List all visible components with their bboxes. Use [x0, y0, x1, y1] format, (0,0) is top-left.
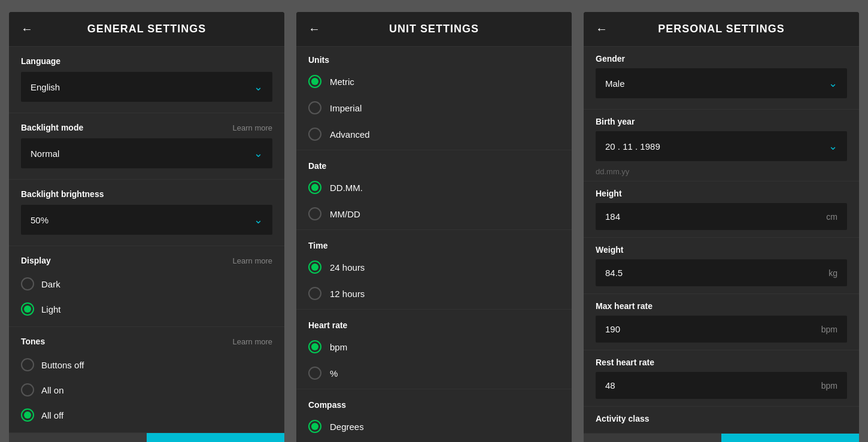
backlight-mode-chevron-icon: ⌄ — [254, 147, 263, 160]
rest-heart-rate-label: Rest heart rate — [596, 358, 847, 367]
birth-year-label: Birth year — [596, 117, 847, 126]
general-save-button[interactable]: SAVE — [147, 433, 284, 442]
personal-header: ← PERSONAL SETTINGS — [584, 12, 859, 47]
unit-imperial-option[interactable]: Imperial — [296, 95, 572, 121]
display-light-radio[interactable] — [21, 302, 34, 316]
date-ddmm-radio[interactable] — [308, 181, 321, 194]
unit-metric-radio[interactable] — [308, 75, 321, 88]
gender-dropdown[interactable]: Male ⌄ — [596, 68, 847, 98]
unit-imperial-radio[interactable] — [308, 101, 321, 114]
unit-content: Units Metric Imperial Advanced Date DD.M… — [296, 47, 572, 442]
unit-back-button[interactable]: ← — [308, 22, 320, 36]
display-learn-more[interactable]: Learn more — [233, 256, 272, 265]
general-content: Language English ⌄ Backlight mode Learn … — [9, 47, 284, 432]
time-24h-label: 24 hours — [330, 262, 365, 273]
tones-all-on-label: All on — [41, 385, 64, 395]
backlight-brightness-value: 50% — [31, 215, 48, 225]
max-heart-rate-label: Max heart rate — [596, 301, 847, 311]
birth-year-section: Birth year 20 . 11 . 1989 ⌄ dd.mm.yy — [584, 110, 859, 181]
rest-heart-rate-section: Rest heart rate 48 bpm — [584, 350, 859, 407]
backlight-mode-learn-more[interactable]: Learn more — [233, 123, 272, 132]
language-label: Language — [21, 56, 272, 66]
compass-degrees-option[interactable]: Degrees — [296, 413, 572, 440]
backlight-brightness-section: Backlight brightness 50% ⌄ — [9, 180, 284, 246]
weight-input[interactable]: 84.5 kg — [596, 259, 847, 286]
unit-advanced-option[interactable]: Advanced — [296, 121, 572, 147]
tones-all-off-radio[interactable] — [21, 408, 34, 422]
personal-title: PERSONAL SETTINGS — [658, 23, 785, 35]
unit-header: ← UNIT SETTINGS — [296, 12, 572, 47]
time-24h-option[interactable]: 24 hours — [296, 254, 572, 280]
birth-year-value: 20 . 11 . 1989 — [605, 141, 660, 152]
personal-save-button[interactable]: SAVE — [721, 434, 859, 442]
general-cancel-button[interactable]: CANCEL — [9, 433, 147, 442]
unit-metric-label: Metric — [330, 77, 354, 87]
backlight-brightness-dropdown[interactable]: 50% ⌄ — [21, 205, 272, 235]
units-section-label: Units — [296, 47, 572, 68]
height-value: 184 — [605, 211, 826, 222]
gender-label: Gender — [596, 54, 847, 63]
tones-learn-more[interactable]: Learn more — [233, 337, 272, 346]
rest-heart-rate-input[interactable]: 48 bpm — [596, 372, 847, 399]
backlight-mode-label: Backlight mode Learn more — [21, 123, 272, 132]
compass-section-label: Compass — [296, 392, 572, 413]
personal-cancel-button[interactable]: CANCEL — [584, 434, 721, 442]
rest-heart-rate-value: 48 — [605, 380, 821, 390]
height-unit: cm — [826, 212, 837, 222]
height-section: Height 184 cm — [584, 181, 859, 238]
weight-value: 84.5 — [605, 268, 828, 278]
birth-year-dropdown[interactable]: 20 . 11 . 1989 ⌄ — [596, 131, 847, 161]
weight-label: Weight — [596, 245, 847, 255]
time-12h-option[interactable]: 12 hours — [296, 280, 572, 307]
unit-imperial-label: Imperial — [330, 103, 362, 113]
compass-degrees-radio[interactable] — [308, 420, 321, 433]
display-dark-radio[interactable] — [21, 277, 34, 290]
general-back-button[interactable]: ← — [21, 22, 33, 36]
heart-rate-bpm-radio[interactable] — [308, 340, 321, 353]
weight-section: Weight 84.5 kg — [584, 238, 859, 294]
backlight-brightness-label: Backlight brightness — [21, 189, 272, 199]
display-label: Display Learn more — [21, 256, 272, 265]
general-settings-panel: ← GENERAL SETTINGS Language English ⌄ Ba… — [9, 12, 284, 442]
language-section: Language English ⌄ — [9, 47, 284, 113]
unit-advanced-radio[interactable] — [308, 128, 321, 141]
date-mmdd-option[interactable]: MM/DD — [296, 201, 572, 227]
backlight-brightness-chevron-icon: ⌄ — [254, 213, 263, 226]
tones-all-on-radio[interactable] — [21, 383, 34, 396]
heart-rate-percent-radio[interactable] — [308, 367, 321, 380]
height-label: Height — [596, 189, 847, 198]
tones-buttons-off-option[interactable]: Buttons off — [21, 352, 272, 377]
backlight-mode-value: Normal — [31, 149, 59, 159]
personal-settings-panel: ← PERSONAL SETTINGS Gender Male ⌄ Birth … — [584, 12, 859, 442]
heart-rate-percent-label: % — [330, 368, 338, 379]
tones-all-on-option[interactable]: All on — [21, 377, 272, 402]
heart-rate-bpm-label: bpm — [330, 342, 347, 352]
unit-metric-option[interactable]: Metric — [296, 68, 572, 95]
heart-rate-section-label: Heart rate — [296, 312, 572, 334]
personal-content: Gender Male ⌄ Birth year 20 . 11 . 1989 … — [584, 47, 859, 433]
language-dropdown[interactable]: English ⌄ — [21, 72, 272, 102]
heart-rate-percent-option[interactable]: % — [296, 360, 572, 386]
personal-back-button[interactable]: ← — [596, 22, 608, 36]
display-dark-option[interactable]: Dark — [21, 271, 272, 296]
heart-rate-bpm-option[interactable]: bpm — [296, 334, 572, 360]
display-light-option[interactable]: Light — [21, 296, 272, 322]
height-input[interactable]: 184 cm — [596, 203, 847, 230]
date-mmdd-label: MM/DD — [330, 209, 360, 219]
general-title: GENERAL SETTINGS — [87, 23, 207, 35]
time-24h-radio[interactable] — [308, 261, 321, 274]
backlight-mode-dropdown[interactable]: Normal ⌄ — [21, 138, 272, 168]
unit-title: UNIT SETTINGS — [389, 23, 479, 35]
tones-buttons-off-radio[interactable] — [21, 358, 34, 371]
compass-mils-option[interactable]: Mils — [296, 440, 572, 442]
date-ddmm-option[interactable]: DD.MM. — [296, 174, 572, 201]
max-heart-rate-unit: bpm — [821, 325, 837, 334]
unit-advanced-label: Advanced — [330, 129, 370, 140]
time-12h-radio[interactable] — [308, 287, 321, 300]
max-heart-rate-input[interactable]: 190 bpm — [596, 316, 847, 343]
tones-all-off-option[interactable]: All off — [21, 402, 272, 428]
birth-year-hint: dd.mm.yy — [596, 167, 847, 176]
gender-value: Male — [605, 78, 625, 89]
date-mmdd-radio[interactable] — [308, 207, 321, 220]
unit-settings-panel: ← UNIT SETTINGS Units Metric Imperial Ad… — [296, 12, 572, 442]
